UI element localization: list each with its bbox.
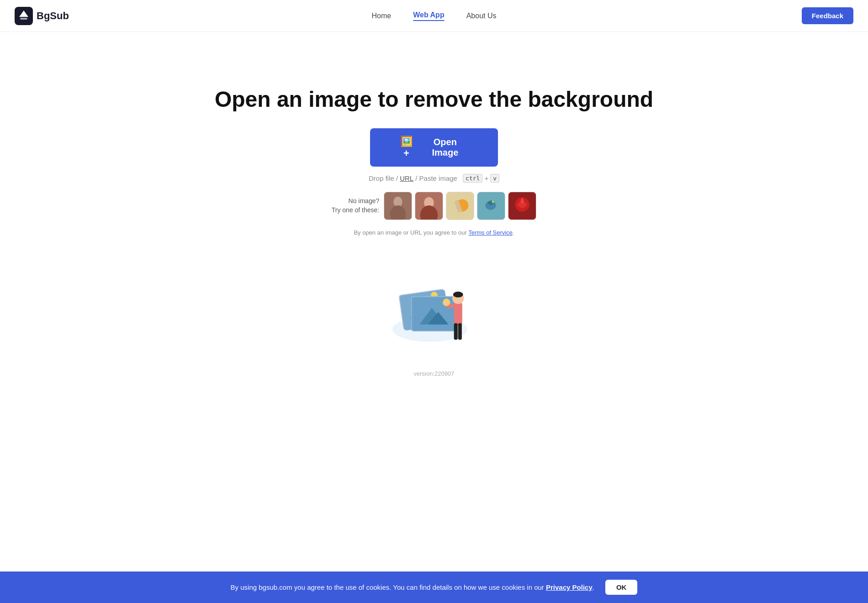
sample-thumbnails [384, 192, 536, 220]
open-image-label: Open Image [420, 137, 471, 158]
nav-links: Home Web App About Us [372, 11, 497, 21]
sample-thumb-4[interactable] [477, 192, 505, 220]
nav-webapp[interactable]: Web App [413, 11, 444, 21]
sample-label: No image? Try one of these: [332, 197, 380, 215]
main-content: Open an image to remove the background 🖼… [0, 32, 868, 395]
version-text: version:220907 [414, 370, 455, 377]
open-image-button[interactable]: 🖼️+ Open Image [370, 128, 498, 167]
illustration-svg [388, 259, 480, 350]
logo-text: BgSub [37, 10, 69, 22]
sample-images-row: No image? Try one of these: [332, 192, 537, 220]
nav-aboutus[interactable]: About Us [466, 12, 497, 20]
svg-rect-1 [20, 18, 27, 20]
svg-point-34 [445, 301, 449, 305]
cookie-text-suffix: . [593, 583, 594, 591]
cookie-text-prefix: By using bgsub.com you agree to the use … [231, 583, 546, 591]
svg-point-14 [492, 201, 494, 203]
sample-label-line1: No image? [349, 197, 380, 204]
sample-thumb-2[interactable] [415, 192, 443, 220]
kbd-plus: + [484, 174, 488, 182]
sample-thumb-3[interactable] [446, 192, 474, 220]
illustration [388, 259, 480, 352]
nav-home[interactable]: Home [372, 12, 392, 20]
svg-rect-30 [458, 323, 462, 340]
hero-title: Open an image to remove the background [215, 87, 653, 112]
terms-link[interactable]: Terms of Service [468, 229, 513, 236]
url-link[interactable]: URL [400, 174, 413, 182]
feedback-button[interactable]: Feedback [802, 7, 853, 24]
cookie-text: By using bgsub.com you agree to the use … [231, 583, 594, 591]
cookie-banner: By using bgsub.com you agree to the use … [0, 572, 868, 603]
terms-prefix: By open an image or URL you agree to our [354, 229, 468, 236]
svg-point-32 [453, 292, 463, 298]
sample-thumb-5[interactable] [508, 192, 536, 220]
drop-hint-suffix: / Paste image [415, 174, 457, 182]
logo-link[interactable]: BgSub [15, 7, 69, 25]
open-image-icon: 🖼️+ [397, 136, 415, 159]
privacy-policy-link[interactable]: Privacy Policy [546, 583, 593, 591]
svg-rect-29 [454, 323, 458, 340]
kbd-v: v [490, 174, 499, 183]
drop-hint-prefix: Drop file / [369, 174, 398, 182]
logo-icon [15, 7, 33, 25]
sample-label-line2: Try one of these: [332, 206, 380, 214]
navbar: BgSub Home Web App About Us Feedback [0, 0, 868, 32]
kbd-ctrl: ctrl [463, 174, 482, 183]
terms-suffix: . [513, 229, 514, 236]
terms-text: By open an image or URL you agree to our… [354, 229, 514, 236]
drop-hint: Drop file / URL / Paste image ctrl + v [369, 174, 499, 183]
ok-button[interactable]: OK [605, 580, 638, 595]
sample-thumb-1[interactable] [384, 192, 412, 220]
